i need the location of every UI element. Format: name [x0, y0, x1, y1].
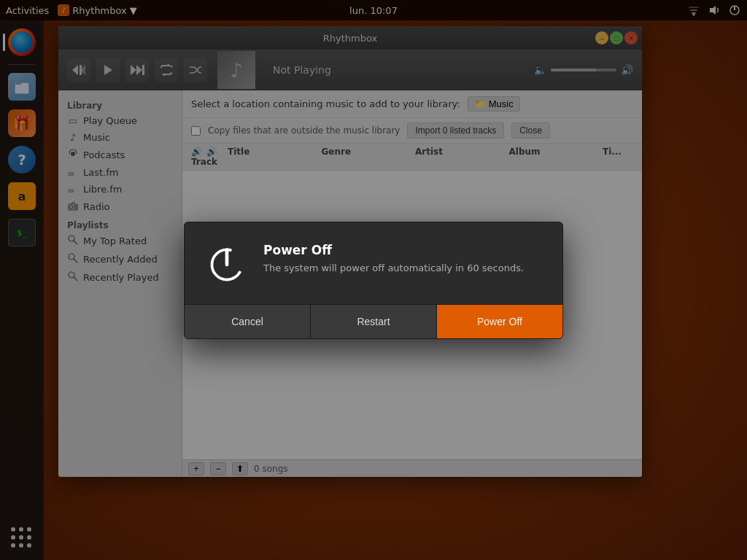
power-dialog-buttons: Cancel Restart Power Off: [185, 304, 562, 338]
desktop: Activities ♪ Rhythmbox ▼ lun. 10:07: [0, 0, 747, 560]
dialog-overlay: Power Off The system will power off auto…: [0, 0, 747, 560]
cancel-button[interactable]: Cancel: [185, 305, 311, 338]
power-dialog-text: Power Off The system will power off auto…: [263, 243, 542, 275]
power-dialog: Power Off The system will power off auto…: [184, 222, 563, 339]
power-off-button[interactable]: Power Off: [437, 305, 562, 338]
power-dialog-body: Power Off The system will power off auto…: [185, 222, 562, 304]
power-dialog-icon: [205, 243, 249, 287]
power-dialog-subtitle: The system will power off automatically …: [263, 262, 542, 275]
restart-button[interactable]: Restart: [311, 305, 437, 338]
power-dialog-title: Power Off: [263, 243, 542, 257]
